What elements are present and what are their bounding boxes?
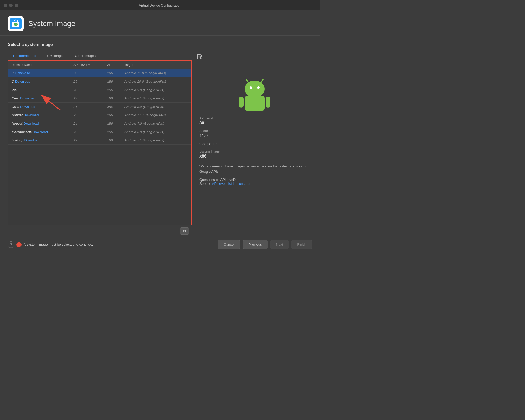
col-target[interactable]: Target xyxy=(121,61,191,69)
col-api-level[interactable]: API Level xyxy=(70,61,104,69)
target-cell: Android 5.1 (Google APIs) xyxy=(121,136,191,145)
api-distribution-link[interactable]: API level distribution chart xyxy=(212,182,251,186)
left-panel: Select a system image Recommended x86 Im… xyxy=(8,42,192,237)
abi-cell: x86 xyxy=(104,111,121,119)
next-button[interactable]: Next xyxy=(270,240,289,249)
svg-point-4 xyxy=(16,24,17,24)
release-name-text: Nougat xyxy=(12,113,24,117)
android-version-value: 11.0 xyxy=(200,133,310,138)
api-level-cell: 22 xyxy=(70,136,104,145)
table-row[interactable]: Oreo Download27x86Android 8.1 (Google AP… xyxy=(8,94,191,103)
target-cell: Android 7.1.1 (Google APIs xyxy=(121,111,191,119)
svg-point-10 xyxy=(250,86,252,89)
tabs-container: Recommended x86 Images Other Images xyxy=(8,52,192,60)
window-title: Virtual Device Configuration xyxy=(139,3,181,7)
previous-button[interactable]: Previous xyxy=(243,240,268,249)
api-level-value: 30 xyxy=(200,121,310,125)
traffic-lights xyxy=(4,4,18,7)
download-link[interactable]: Download xyxy=(24,113,39,117)
button-group: Cancel Previous Next Finish xyxy=(218,240,312,249)
android-robot xyxy=(197,67,312,117)
release-name-text: Q xyxy=(12,80,15,83)
abi-cell: x86 xyxy=(104,86,121,94)
tab-x86-images[interactable]: x86 Images xyxy=(41,52,70,60)
refresh-button[interactable]: ↻ xyxy=(180,227,189,235)
table-row[interactable]: R Download30x86Android 11.0 (Google APIs… xyxy=(8,69,191,77)
content-area: Select a system image Recommended x86 Im… xyxy=(0,36,320,237)
bottom-bar: ? ! A system image must be selected to c… xyxy=(0,237,320,252)
close-button[interactable] xyxy=(4,4,7,7)
abi-cell: x86 xyxy=(104,128,121,136)
svg-point-3 xyxy=(15,24,15,24)
download-link[interactable]: Download xyxy=(33,130,48,134)
release-name-text: Marshmallow xyxy=(12,130,33,134)
target-cell: Android 8.0 (Google APIs) xyxy=(121,103,191,111)
api-level-cell: 25 xyxy=(70,111,104,119)
system-image-label: System Image xyxy=(200,150,310,153)
table-row[interactable]: Nougat Download25x86Android 7.1.1 (Googl… xyxy=(8,111,191,119)
release-name-text: Pie xyxy=(12,88,17,92)
target-cell: Android 8.1 (Google APIs) xyxy=(121,94,191,103)
release-name-text: R xyxy=(12,71,15,75)
api-level-cell: 28 xyxy=(70,86,104,94)
maximize-button[interactable] xyxy=(15,4,18,7)
download-link[interactable]: Download xyxy=(20,96,35,100)
download-link[interactable]: Download xyxy=(15,71,30,75)
page-title: System Image xyxy=(28,19,75,28)
download-link[interactable]: Download xyxy=(24,138,39,142)
table-body: R Download30x86Android 11.0 (Google APIs… xyxy=(8,69,191,145)
table-row[interactable]: Pie28x86Android 9.0 (Google APIs) xyxy=(8,86,191,94)
table-footer: ↻ xyxy=(8,225,192,237)
finish-button[interactable]: Finish xyxy=(291,240,312,249)
system-image-table-container: Release Name API Level ABI Target R Down… xyxy=(8,60,192,225)
api-question-text: Questions on API level? See the API leve… xyxy=(200,178,310,186)
api-level-cell: 23 xyxy=(70,128,104,136)
api-level-cell: 29 xyxy=(70,77,104,86)
info-section: API Level 30 Android 11.0 Google Inc. Sy… xyxy=(197,117,312,186)
titlebar: Virtual Device Configuration xyxy=(0,0,320,10)
minimize-button[interactable] xyxy=(9,4,13,7)
recommendation-text: We recommend these images because they r… xyxy=(200,164,310,174)
release-name-text: Nougat xyxy=(12,122,24,125)
main-container: System Image Select a system image Recom… xyxy=(0,10,320,252)
api-see-text: See the xyxy=(200,182,212,186)
section-title: Select a system image xyxy=(8,42,192,47)
tab-other-images[interactable]: Other Images xyxy=(70,52,101,60)
right-panel: R xyxy=(197,42,312,237)
api-level-label: API Level xyxy=(200,117,310,120)
error-text: A system image must be selected to conti… xyxy=(24,243,93,246)
tab-recommended[interactable]: Recommended xyxy=(8,52,41,60)
abi-cell: x86 xyxy=(104,77,121,86)
error-icon: ! xyxy=(16,242,22,247)
api-level-cell: 24 xyxy=(70,119,104,128)
api-level-cell: 30 xyxy=(70,69,104,77)
abi-cell: x86 xyxy=(104,69,121,77)
download-link[interactable]: Download xyxy=(24,122,39,125)
system-image-value: x86 xyxy=(200,154,310,159)
api-question-label: Questions on API level? xyxy=(200,178,236,182)
table-row[interactable]: Nougat Download24x86Android 7.0 (Google … xyxy=(8,119,191,128)
svg-rect-14 xyxy=(266,97,270,108)
abi-cell: x86 xyxy=(104,94,121,103)
table-header: Release Name API Level ABI Target xyxy=(8,61,191,69)
download-link[interactable]: Download xyxy=(15,80,30,83)
selected-release-letter: R xyxy=(197,53,312,64)
cancel-button[interactable]: Cancel xyxy=(218,240,240,249)
table-row[interactable]: Lollipop Download22x86Android 5.1 (Googl… xyxy=(8,136,191,145)
table-row[interactable]: Oreo Download26x86Android 8.0 (Google AP… xyxy=(8,103,191,111)
api-level-cell: 27 xyxy=(70,94,104,103)
col-abi[interactable]: ABI xyxy=(104,61,121,69)
release-name-text: Oreo xyxy=(12,105,20,109)
table-row[interactable]: Q Download29x86Android 10.0 (Google APIs… xyxy=(8,77,191,86)
svg-point-11 xyxy=(257,86,260,89)
target-cell: Android 10.0 (Google APIs) xyxy=(121,77,191,86)
abi-cell: x86 xyxy=(104,103,121,111)
target-cell: Android 9.0 (Google APIs) xyxy=(121,86,191,94)
svg-rect-12 xyxy=(245,96,265,111)
release-name-text: Oreo xyxy=(12,96,20,100)
help-icon[interactable]: ? xyxy=(8,242,14,248)
table-row[interactable]: Marshmallow Download23x86Android 6.0 (Go… xyxy=(8,128,191,136)
android-label: Android xyxy=(200,129,310,133)
download-link[interactable]: Download xyxy=(20,105,35,109)
col-release-name[interactable]: Release Name xyxy=(8,61,70,69)
